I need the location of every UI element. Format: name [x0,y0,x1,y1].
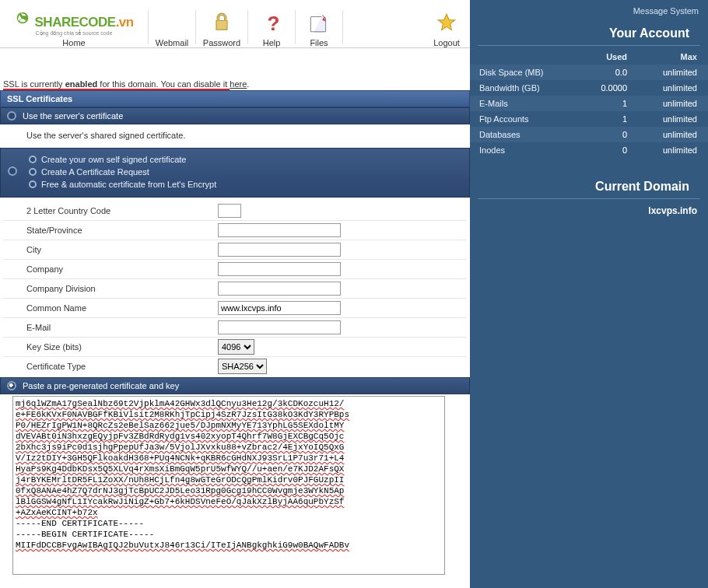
nav-home-label: Home [62,38,85,47]
message-system-link[interactable]: Message System [470,0,708,19]
table-row: Inodes0unlimited [470,142,708,158]
nav-password-label: Password [196,38,247,47]
col-used: Used [578,49,638,65]
commonname-label: Common Name [26,303,218,313]
account-usage-table: UsedMax Disk Space (MB)0.0unlimitedBandw… [470,49,708,158]
country-label: 2 Letter Country Code [26,206,218,215]
division-label: Company Division [26,284,218,293]
nav-home[interactable]: SHARECODE.vn Cộng đồng chia sẻ source co… [0,9,148,47]
files-icon [307,10,331,37]
nav-webmail-label: Webmail [149,38,195,47]
opt-csr[interactable]: Create A Certificate Request [29,166,463,178]
ssl-state: enabled [65,79,98,89]
use-server-cert-row[interactable]: Use the server's certificate [0,107,470,124]
your-account-header: Your Account [478,19,700,46]
opt-le-label: Free & automatic certificate from Let's … [41,180,216,189]
ssl-mid: for this domain. You can disable it [97,79,230,89]
sidebar: Message System Your Account UsedMax Disk… [470,0,708,588]
commonname-input[interactable] [218,301,341,315]
use-server-cert-desc: Use the server's shared signed certifica… [0,124,470,148]
certtype-select[interactable]: SHA256 [218,359,267,374]
table-row: Disk Space (MB)0.0unlimited [470,65,708,80]
certtype-label: Certificate Type [26,362,218,371]
nav-password[interactable]: Password [196,9,247,47]
logo-tagline: Cộng đồng chia sẻ source code [36,30,113,37]
col-max: Max [638,49,708,65]
top-nav: SHARECODE.vn Cộng đồng chia sẻ source co… [0,0,470,48]
city-input[interactable] [218,243,341,257]
nav-files[interactable]: Files [296,9,342,47]
question-icon: ? [261,10,282,37]
table-row: Bandwidth (GB)0.0000unlimited [470,80,708,96]
state-label: State/Province [26,226,218,235]
company-input[interactable] [218,262,341,276]
company-label: Company [26,264,218,274]
keysize-select[interactable]: 4096 [218,339,254,355]
nav-webmail[interactable]: Webmail [149,9,195,47]
radio-icon[interactable] [29,156,37,163]
division-input[interactable] [218,282,341,296]
current-domain-value: lxcvps.info [470,202,708,221]
svg-text:?: ? [268,12,280,35]
nav-files-label: Files [296,38,342,47]
radio-icon[interactable] [7,111,16,121]
logo-icon [14,9,31,26]
logo-vn: .vn [116,15,134,30]
ssl-disable-link[interactable]: here [230,79,247,89]
use-server-cert-label: Use the server's certificate [23,111,463,121]
city-label: City [26,245,218,254]
cert-form: 2 Letter Country Code State/Province Cit… [0,198,470,376]
opt-self-signed[interactable]: Create your own self signed certificate [29,153,463,166]
country-input[interactable] [218,204,241,218]
radio-icon[interactable] [8,166,17,176]
email-input[interactable] [218,320,341,334]
ssl-certificates-header: SSL Certificates [0,90,470,107]
radio-icon[interactable] [29,168,37,176]
opt-self-label: Create your own self signed certificate [41,155,186,164]
opt-csr-label: Create A Certificate Request [41,167,149,177]
cert-create-options: Create your own self signed certificate … [0,148,470,198]
current-domain-header: Current Domain [478,172,700,199]
table-row: Databases0unlimited [470,127,708,142]
nav-separator [342,10,343,44]
radio-icon[interactable] [29,180,37,188]
star-icon [435,10,458,37]
paste-cert-label: Paste a pre-generated certificate and ke… [23,381,463,390]
email-label: E-Mail [26,323,218,332]
nav-help[interactable]: ? Help [248,9,295,47]
padlock-icon [211,10,233,37]
table-row: E-Mails1unlimited [470,96,708,111]
nav-logout[interactable]: Logout [423,9,470,47]
state-input[interactable] [218,223,341,237]
ssl-status-line: SSL is currently enabled for this domain… [0,48,470,90]
certificate-textarea[interactable]: mj6qlWZmA17gSealNbz69t2VjpklmA42GHWx3dlQ… [12,396,445,575]
radio-icon[interactable] [7,381,16,390]
keysize-label: Key Size (bits) [26,342,218,352]
paste-cert-row[interactable]: Paste a pre-generated certificate and ke… [0,377,470,394]
nav-logout-label: Logout [423,38,470,47]
logo-share: SHARECODE [35,15,116,30]
table-row: Ftp Accounts1unlimited [470,111,708,127]
nav-help-label: Help [248,38,295,47]
ssl-prefix: SSL is currently [3,79,65,89]
ssl-suffix: . [247,79,249,89]
opt-letsencrypt[interactable]: Free & automatic certificate from Let's … [29,178,463,191]
